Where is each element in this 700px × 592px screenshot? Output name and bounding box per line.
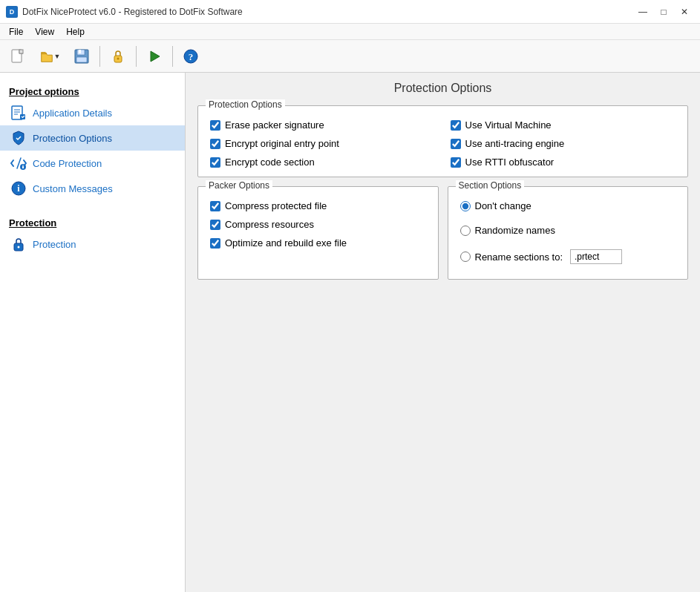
code-protection-label: Code Protection [33, 158, 102, 169]
radio-rename[interactable] [460, 251, 471, 262]
cb-row-encrypt-code: Encrypt code section [210, 157, 436, 168]
main-layout: Project options Application Details Prot… [0, 73, 700, 592]
titlebar-left: D DotFix NiceProtect v6.0 - Registered t… [6, 6, 243, 18]
svg-text:D: D [10, 8, 15, 16]
packer-options-list: Compress protected file Compress resourc… [210, 200, 426, 249]
svg-rect-14 [20, 114, 25, 119]
toolbar-sep-2 [136, 46, 137, 67]
protection-options-grid: Erase packer signature Use Virtual Machi… [210, 119, 676, 168]
protection-label: Protection [33, 239, 76, 250]
radio-randomize-label[interactable]: Randomize names [475, 225, 555, 236]
radio-rename-label[interactable]: Rename sections to: [475, 251, 563, 263]
cb-compress-file[interactable] [210, 201, 220, 211]
run-icon [146, 48, 163, 65]
page-title: Protection Options [197, 82, 688, 95]
cb-encrypt-entry-label[interactable]: Encrypt original entry point [225, 138, 339, 149]
cb-optimize-exe[interactable] [210, 238, 220, 249]
sidebar: Project options Application Details Prot… [0, 73, 186, 592]
sidebar-item-protection[interactable]: Protection [0, 231, 185, 257]
section-options-group-title: Section Options [456, 180, 525, 191]
cb-optimize-exe-label[interactable]: Optimize and rebuild exe file [225, 237, 347, 249]
cb-row-optimize-exe: Optimize and rebuild exe file [210, 237, 426, 249]
open-icon [39, 49, 54, 64]
svg-rect-7 [76, 57, 87, 62]
svg-rect-6 [79, 50, 81, 53]
cb-encrypt-code[interactable] [210, 157, 220, 168]
svg-rect-16 [22, 166, 24, 168]
radio-dont-change-label[interactable]: Don't change [475, 200, 531, 211]
cb-anti-tracing[interactable] [451, 139, 461, 149]
save-icon [73, 48, 90, 65]
cb-row-erase-packer-sig: Erase packer signature [210, 119, 436, 131]
cb-row-compress-resources: Compress resources [210, 219, 426, 230]
cb-row-use-virtual-machine: Use Virtual Machine [451, 119, 676, 131]
app-icon: D [6, 6, 18, 18]
section-options-group: Section Options Don't change Randomize n… [448, 186, 689, 280]
sidebar-item-appdetails[interactable]: Application Details [0, 100, 185, 125]
new-icon [10, 48, 26, 65]
appdetails-label: Application Details [33, 108, 112, 119]
cb-compress-resources-label[interactable]: Compress resources [225, 219, 314, 230]
lock-icon [110, 48, 126, 65]
cb-row-rtti-obfuscator: Use RTTI obfuscator [451, 157, 676, 168]
appdetails-icon [10, 105, 27, 121]
radio-row-rename: Rename sections to: [460, 249, 676, 264]
menubar: File View Help [0, 24, 700, 40]
svg-rect-3 [19, 50, 23, 53]
protection-options-label: Protection Options [33, 133, 112, 144]
sidebar-item-code-protection[interactable]: Code Protection [0, 151, 185, 176]
project-options-title: Project options [0, 80, 185, 100]
cb-erase-packer-sig[interactable] [210, 120, 220, 131]
cb-compress-file-label[interactable]: Compress protected file [225, 200, 327, 211]
protection-section-title: Protection [0, 211, 185, 231]
packer-options-group: Packer Options Compress protected file C… [197, 186, 439, 280]
svg-marker-10 [151, 51, 160, 62]
help-button[interactable]: ? [177, 44, 204, 69]
toolbar-sep-3 [172, 46, 173, 67]
close-button[interactable]: ✕ [675, 4, 694, 19]
cb-use-virtual-machine-label[interactable]: Use Virtual Machine [465, 119, 552, 131]
sidebar-item-custom-messages[interactable]: i Custom Messages [0, 176, 185, 201]
sidebar-item-protection-options[interactable]: Protection Options [0, 125, 185, 151]
minimize-button[interactable]: — [633, 4, 652, 19]
lower-row: Packer Options Compress protected file C… [197, 186, 688, 289]
help-icon: ? [183, 48, 199, 65]
radio-randomize[interactable] [460, 226, 471, 236]
svg-point-17 [22, 165, 24, 166]
new-button[interactable] [4, 44, 31, 69]
open-button[interactable]: ▼ [33, 44, 67, 69]
titlebar: D DotFix NiceProtect v6.0 - Registered t… [0, 0, 700, 24]
radio-dont-change[interactable] [460, 201, 471, 211]
rename-sections-input[interactable] [570, 249, 622, 264]
cb-rtti-obfuscator[interactable] [451, 157, 461, 168]
toolbar: ▼ ? [0, 40, 700, 73]
open-dropdown-arrow[interactable]: ▼ [54, 53, 61, 60]
protection-options-group: Protection Options Erase packer signatur… [197, 105, 688, 177]
titlebar-controls: — □ ✕ [633, 4, 694, 19]
titlebar-title: DotFix NiceProtect v6.0 - Registered to … [22, 7, 243, 17]
menu-file[interactable]: File [3, 25, 29, 39]
protection-options-group-title: Protection Options [206, 99, 285, 110]
menu-help[interactable]: Help [60, 25, 91, 39]
cb-row-anti-tracing: Use anti-tracing engine [451, 138, 676, 149]
cb-erase-packer-sig-label[interactable]: Erase packer signature [225, 119, 324, 131]
protection-icon [10, 236, 27, 252]
cb-encrypt-entry[interactable] [210, 139, 220, 149]
svg-point-21 [18, 246, 20, 249]
cb-anti-tracing-label[interactable]: Use anti-tracing engine [465, 138, 565, 149]
run-button[interactable] [141, 44, 168, 69]
toolbar-sep-1 [99, 46, 100, 67]
protectionoptions-icon [10, 130, 27, 146]
save-button[interactable] [68, 44, 95, 69]
section-options-list: Don't change Randomize names Rename sect… [460, 200, 676, 270]
radio-row-randomize: Randomize names [460, 225, 676, 236]
content-area: Protection Options Protection Options Er… [186, 73, 700, 592]
codeprotection-icon [10, 155, 27, 171]
cb-use-virtual-machine[interactable] [451, 120, 461, 131]
cb-compress-resources[interactable] [210, 220, 220, 230]
cb-rtti-obfuscator-label[interactable]: Use RTTI obfuscator [465, 157, 555, 168]
maximize-button[interactable]: □ [654, 4, 673, 19]
protect-button[interactable] [105, 44, 131, 69]
menu-view[interactable]: View [29, 25, 60, 39]
cb-encrypt-code-label[interactable]: Encrypt code section [225, 157, 315, 168]
